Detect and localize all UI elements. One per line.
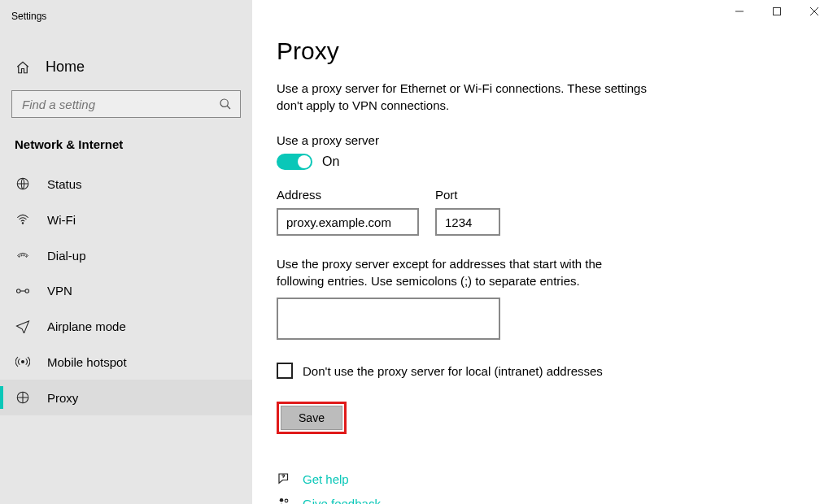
sidebar-item-vpn[interactable]: VPN bbox=[0, 273, 252, 308]
svg-point-4 bbox=[19, 256, 20, 258]
sidebar-item-label: Mobile hotspot bbox=[47, 355, 127, 369]
sidebar-item-status[interactable]: Status bbox=[0, 166, 252, 202]
home-icon bbox=[15, 60, 31, 75]
sidebar-item-dialup[interactable]: Dial-up bbox=[0, 237, 252, 273]
close-button[interactable] bbox=[796, 0, 833, 23]
category-heading: Network & Internet bbox=[0, 118, 252, 159]
svg-point-9 bbox=[25, 289, 29, 293]
address-input[interactable] bbox=[277, 208, 419, 236]
bypass-local-label: Don't use the proxy server for local (in… bbox=[303, 364, 603, 378]
get-help-link[interactable]: Get help bbox=[277, 471, 833, 486]
use-proxy-toggle[interactable] bbox=[277, 154, 312, 170]
page-heading: Proxy bbox=[277, 37, 833, 65]
hotspot-icon bbox=[15, 354, 31, 369]
svg-point-3 bbox=[22, 223, 24, 224]
dialup-icon bbox=[15, 248, 31, 263]
svg-point-6 bbox=[24, 254, 25, 256]
search-icon bbox=[219, 98, 232, 111]
svg-point-11 bbox=[22, 361, 24, 363]
sidebar-item-label: Proxy bbox=[47, 391, 78, 405]
save-button[interactable]: Save bbox=[281, 406, 342, 430]
window-controls bbox=[721, 0, 833, 23]
save-highlight: Save bbox=[277, 402, 347, 434]
search-field[interactable] bbox=[20, 97, 219, 112]
titlebar: Settings bbox=[0, 5, 252, 28]
help-icon bbox=[277, 471, 291, 486]
bypass-local-checkbox[interactable] bbox=[277, 363, 293, 379]
page-description: Use a proxy server for Ethernet or Wi-Fi… bbox=[277, 80, 651, 114]
svg-point-8 bbox=[17, 289, 21, 293]
exceptions-input[interactable] bbox=[277, 298, 500, 340]
search-input[interactable] bbox=[11, 90, 241, 118]
svg-point-5 bbox=[21, 254, 23, 256]
use-proxy-label: Use a proxy server bbox=[277, 133, 833, 147]
home-nav[interactable]: Home bbox=[0, 47, 252, 90]
minimize-button[interactable] bbox=[721, 0, 758, 23]
feedback-icon bbox=[277, 496, 291, 504]
sidebar: Settings Home Network & Internet Status bbox=[0, 0, 252, 504]
main-panel: Proxy Use a proxy server for Ethernet or… bbox=[252, 0, 833, 504]
give-feedback-link[interactable]: Give feedback bbox=[277, 496, 833, 504]
port-label: Port bbox=[435, 188, 500, 202]
svg-point-19 bbox=[285, 499, 288, 502]
airplane-icon bbox=[15, 319, 31, 333]
link-label: Get help bbox=[303, 472, 349, 486]
svg-point-18 bbox=[280, 498, 284, 502]
link-label: Give feedback bbox=[303, 497, 381, 505]
proxy-icon bbox=[15, 390, 31, 405]
exceptions-label: Use the proxy server except for addresse… bbox=[277, 255, 651, 289]
window-title: Settings bbox=[0, 11, 46, 22]
port-input[interactable] bbox=[435, 208, 500, 236]
svg-point-7 bbox=[26, 256, 28, 258]
sidebar-item-airplane[interactable]: Airplane mode bbox=[0, 308, 252, 344]
sidebar-item-label: VPN bbox=[47, 284, 72, 298]
sidebar-item-label: Airplane mode bbox=[47, 319, 126, 333]
sidebar-item-proxy[interactable]: Proxy bbox=[0, 380, 252, 415]
sidebar-item-hotspot[interactable]: Mobile hotspot bbox=[0, 344, 252, 380]
wifi-icon bbox=[15, 212, 31, 227]
vpn-icon bbox=[15, 285, 31, 297]
sidebar-item-label: Wi-Fi bbox=[47, 213, 76, 227]
sidebar-item-label: Status bbox=[47, 177, 82, 191]
maximize-button[interactable] bbox=[758, 0, 796, 23]
home-label: Home bbox=[46, 59, 85, 76]
nav-list: Status Wi-Fi Dial-up VPN Airplane mode M… bbox=[0, 166, 252, 415]
sidebar-item-wifi[interactable]: Wi-Fi bbox=[0, 202, 252, 237]
svg-point-0 bbox=[220, 99, 228, 106]
sidebar-item-label: Dial-up bbox=[47, 249, 86, 263]
address-label: Address bbox=[277, 188, 419, 202]
globe-icon bbox=[15, 176, 31, 191]
svg-line-1 bbox=[227, 106, 230, 109]
toggle-state: On bbox=[322, 154, 339, 169]
svg-rect-14 bbox=[774, 8, 781, 15]
